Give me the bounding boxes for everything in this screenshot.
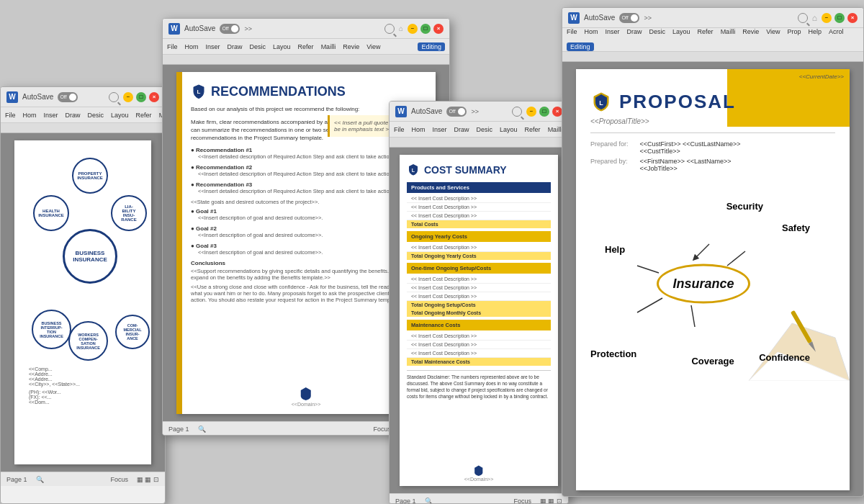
r4-design[interactable]: Desic <box>649 28 666 35</box>
r2-refer[interactable]: Refer <box>298 43 314 50</box>
svg-text:L: L <box>412 168 415 173</box>
minimize-btn-2[interactable]: − <box>408 24 418 34</box>
conclusions-title: Conclusions <box>191 260 421 266</box>
autosave-toggle-2[interactable]: Off <box>220 24 240 34</box>
r4-file[interactable]: File <box>567 28 577 35</box>
r3-insert[interactable]: Inser <box>433 126 447 133</box>
r4-prop[interactable]: Prop <box>788 28 801 35</box>
r4-review[interactable]: Revie <box>742 28 759 35</box>
word-count-1: 🔍 <box>36 476 44 483</box>
autosave-toggle-4[interactable]: Off <box>619 13 639 23</box>
r3-refer[interactable]: Refer <box>525 126 541 133</box>
focus-label-1[interactable]: Focus <box>110 476 128 483</box>
shield-icon: L <box>191 84 207 99</box>
window-business-insurance[interactable]: W AutoSave Off − □ × File Hom Inser Draw… <box>0 86 166 504</box>
r4-home[interactable]: Hom <box>585 28 598 35</box>
r2-mail[interactable]: Mailli <box>321 43 336 50</box>
proposal-subtitle: <<ProposalTitle>> <box>590 117 835 125</box>
autosave-toggle-3[interactable]: Off <box>446 107 467 117</box>
cost-row-1b: << Insert Cost Description >> <box>407 203 551 212</box>
prepared-for-value: <<CustFirst>> <<CustLastName>> <<CustTit… <box>640 140 741 155</box>
window-cost-summary[interactable]: W AutoSave Off >> − □ × File Hom Inser D… <box>389 101 569 504</box>
ribbon-tab-refer-1[interactable]: Refer <box>136 112 152 119</box>
r2-review[interactable]: Revie <box>343 43 359 50</box>
window-controls-1[interactable]: − □ × <box>123 92 159 102</box>
minimize-btn-4[interactable]: − <box>822 13 832 23</box>
maximize-btn-4[interactable]: □ <box>834 13 845 23</box>
cost-section-onetime: One-time Ongoing Setup/Costs <box>407 263 551 274</box>
ribbon-win1: File Hom Inser Draw Desic Layou Refer Ma… <box>1 107 165 123</box>
maximize-btn-2[interactable]: □ <box>420 24 431 34</box>
autosave-label-2: AutoSave <box>184 24 215 32</box>
goal2-title: ● Goal #2 <box>191 225 421 232</box>
cost-total-maint: Total Maintenance Costs <box>407 358 551 366</box>
gold-sidebar <box>176 72 182 414</box>
r2-insert[interactable]: Inser <box>206 43 220 50</box>
rec1-title: ● Recommendation #1 <box>191 147 421 153</box>
close-btn-1[interactable]: × <box>149 92 159 102</box>
r2-layout[interactable]: Layou <box>273 43 291 50</box>
goal1-title: ● Goal #1 <box>191 208 421 215</box>
ribbon-tab-home-1[interactable]: Hom <box>23 112 37 119</box>
ribbon-tab-design-1[interactable]: Desic <box>88 112 104 119</box>
search-icon-3[interactable] <box>512 107 522 117</box>
r2-design[interactable]: Desic <box>250 43 266 50</box>
ribbon-tab-file-1[interactable]: File <box>5 112 16 119</box>
ribbon-tab-insert-1[interactable]: Inser <box>44 112 58 119</box>
r2-file[interactable]: File <box>167 43 178 50</box>
r2-home[interactable]: Hom <box>185 43 199 50</box>
search-icon-2[interactable] <box>384 24 395 34</box>
titlebar-win2: W AutoSave Off >> ⌂ − □ × <box>163 19 449 39</box>
word-logo-4: W <box>568 12 580 24</box>
help-label: Help <box>605 244 625 255</box>
editing-badge-4: Editing <box>567 42 594 51</box>
r3-mail[interactable]: Mailli <box>548 126 563 133</box>
r3-file[interactable]: File <box>394 126 405 133</box>
minimize-btn-1[interactable]: − <box>123 92 133 102</box>
cost-section-ongoing-yearly: Ongoing Yearly Costs <box>407 231 551 242</box>
r4-mail[interactable]: Mailli <box>721 28 736 35</box>
r4-view[interactable]: View <box>766 28 780 35</box>
r3-home[interactable]: Hom <box>412 126 426 133</box>
close-btn-3[interactable]: × <box>552 107 562 117</box>
r4-acrol[interactable]: Acrol <box>829 28 844 35</box>
focus-label-3[interactable]: Focus <box>513 498 531 505</box>
r4-refer[interactable]: Refer <box>698 28 714 35</box>
search-icon-4[interactable] <box>798 13 808 23</box>
r4-help[interactable]: Help <box>809 28 822 35</box>
r4-insert[interactable]: Inser <box>606 28 620 35</box>
r4-layout[interactable]: Layou <box>672 28 690 35</box>
ribbon-tab-layout-1[interactable]: Layou <box>111 112 129 119</box>
editing-badge-2: Editing <box>418 42 445 51</box>
minimize-btn-3[interactable]: − <box>526 107 536 117</box>
window-proposal[interactable]: W AutoSave Off >> ⌂ − □ × File Hom Inser… <box>562 7 864 497</box>
r3-layout[interactable]: Layou <box>500 126 518 133</box>
status-bar-win1: Page 1 🔍 Focus ▦ ▦ ⊡ <box>1 472 165 486</box>
r3-draw[interactable]: Draw <box>454 126 469 133</box>
window-controls-4[interactable]: − □ × <box>822 13 858 23</box>
close-btn-2[interactable]: × <box>433 24 444 34</box>
close-btn-4[interactable]: × <box>847 13 858 23</box>
cost-total-3: Total Ongoing Yearly Costs <box>407 252 551 260</box>
maximize-btn-1[interactable]: □ <box>136 92 146 102</box>
autosave-toggle-1[interactable]: Off <box>58 92 78 102</box>
prepared-table: Prepared for: <<CustFirst>> <<CustLastNa… <box>590 140 741 172</box>
r2-view[interactable]: View <box>366 43 380 50</box>
window-controls-2[interactable]: − □ × <box>408 24 444 34</box>
goal3-body: <<Insert description of goal and desired… <box>191 249 421 256</box>
r4-draw[interactable]: Draw <box>627 28 642 35</box>
r2-draw[interactable]: Draw <box>228 43 243 50</box>
circle-liability: LIA-BILITYINSU-RANCE <box>111 195 147 231</box>
window-controls-3[interactable]: − □ × <box>526 107 562 117</box>
rec1-body: <<Insert detailed description of Require… <box>191 153 421 160</box>
search-icon-1[interactable] <box>109 92 119 102</box>
ribbon-tab-draw-1[interactable]: Draw <box>66 112 81 119</box>
svg-line-7 <box>637 266 659 273</box>
cost-row-8b: << Insert Cost Description >> <box>407 341 551 349</box>
maximize-btn-3[interactable]: □ <box>539 107 549 117</box>
insurance-label: Insurance <box>672 276 734 292</box>
page-indicator-2: Page 1 <box>168 426 189 433</box>
goal2-body: <<Insert description of goal and desired… <box>191 232 421 238</box>
r3-design[interactable]: Desic <box>477 126 493 133</box>
svg-line-8 <box>637 298 662 312</box>
